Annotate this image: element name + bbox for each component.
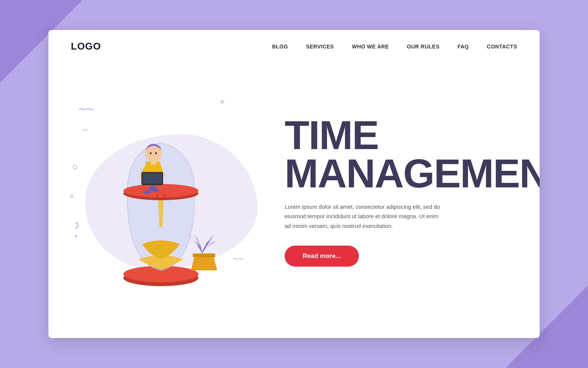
svg-rect-13 <box>143 173 162 183</box>
nav-item-contacts[interactable]: CONTACTS <box>487 43 517 50</box>
deco-moon: ☽ <box>72 221 79 231</box>
nav-item-who-we-are[interactable]: WHO WE ARE <box>352 43 389 50</box>
deco-circle-2 <box>70 195 73 198</box>
deco-zigzag-2: 〜 <box>82 127 87 134</box>
svg-rect-6 <box>193 253 215 257</box>
logo[interactable]: LOGO <box>71 41 101 52</box>
read-more-button[interactable]: Read more... <box>285 246 359 267</box>
svg-rect-17 <box>151 161 156 164</box>
nav-item-blog[interactable]: BLOG <box>272 43 288 50</box>
title-line2: MANAGEMENT <box>285 151 540 196</box>
svg-point-16 <box>155 152 157 154</box>
svg-point-3 <box>123 184 198 198</box>
navbar: LOGO BLOG SERVICES WHO WE ARE OUR RULES … <box>48 30 540 60</box>
hero-description: Lorem ipsum dolor sit amet, consectetur … <box>285 202 442 231</box>
nav-item-services[interactable]: SERVICES <box>306 43 334 50</box>
svg-point-7 <box>143 190 151 194</box>
svg-point-8 <box>153 189 159 192</box>
nav-item-our-rules[interactable]: OUR RULES <box>407 43 440 50</box>
illustration-area: 〜〜 〜 + 〜〜 + ☽ <box>48 60 273 338</box>
deco-plus-1: + <box>220 97 225 107</box>
hourglass-illustration <box>97 113 225 300</box>
deco-zigzag-3: 〜〜 <box>233 256 243 263</box>
main-card: LOGO BLOG SERVICES WHO WE ARE OUR RULES … <box>48 30 540 338</box>
nav-item-faq[interactable]: FAQ <box>458 43 469 50</box>
text-area: TIME MANAGEMENT Lorem ipsum dolor sit am… <box>273 60 540 338</box>
deco-zigzag-1: 〜〜 <box>78 105 93 115</box>
nav-links: BLOG SERVICES WHO WE ARE OUR RULES FAQ C… <box>272 43 517 50</box>
deco-circle-1 <box>73 165 77 169</box>
svg-point-15 <box>150 152 152 154</box>
deco-plus-2: + <box>74 232 78 240</box>
main-content: 〜〜 〜 + 〜〜 + ☽ <box>48 60 540 338</box>
hero-title: TIME MANAGEMENT <box>285 116 540 193</box>
